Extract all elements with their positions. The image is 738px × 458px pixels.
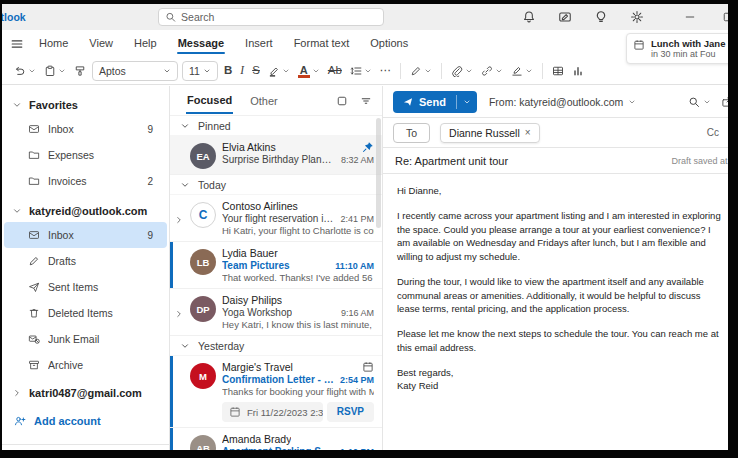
- rsvp-button[interactable]: RSVP: [327, 402, 374, 422]
- hamburger-menu-icon[interactable]: [10, 37, 24, 51]
- account-outlook-header[interactable]: katyreid@outlook.com: [2, 200, 169, 222]
- pin-icon[interactable]: [362, 141, 374, 153]
- subject-field[interactable]: Re: Apartment unit tour: [395, 155, 508, 167]
- remove-recipient-icon[interactable]: ×: [525, 127, 531, 138]
- expand-thread-chevron-icon[interactable]: [174, 309, 184, 319]
- message-row-daisy-philips[interactable]: DP Daisy Philips Yoga Workshop 9:16 AM H…: [170, 289, 382, 336]
- message-row-lydia-bauer[interactable]: LB Lydia Bauer Team Pictures 11:10 AM Th…: [170, 242, 382, 289]
- font-size-dropdown[interactable]: 11: [182, 61, 218, 81]
- line-spacing-button[interactable]: [346, 62, 376, 80]
- font-size-value: 11: [189, 65, 200, 77]
- tab-view[interactable]: View: [88, 32, 114, 55]
- subject-row[interactable]: Re: Apartment unit tour Draft saved at 1: [383, 148, 728, 174]
- more-options-glyph: ⋯: [380, 65, 392, 77]
- group-header-yesterday[interactable]: Yesterday: [170, 336, 382, 356]
- add-account-button[interactable]: Add account: [4, 408, 167, 434]
- tips-lightbulb-icon[interactable]: [594, 10, 608, 24]
- paste-button[interactable]: [40, 62, 70, 80]
- upgrade-promo[interactable]: Upgrade to Microsoft 365 with premium Ou…: [2, 444, 169, 450]
- clear-formatting-button[interactable]: Ab: [324, 62, 346, 80]
- folder-icon: [28, 175, 40, 187]
- expand-thread-chevron-icon[interactable]: [174, 215, 184, 225]
- sidebar-item-inbox-favorite[interactable]: Inbox 9: [4, 116, 167, 142]
- folder-label: Archive: [48, 359, 153, 371]
- minimize-button[interactable]: [684, 11, 696, 23]
- list-scrollbar[interactable]: [376, 118, 381, 228]
- from-address-dropdown[interactable]: From: katyreid@outlook.com: [489, 96, 636, 108]
- message-row-contoso-airlines[interactable]: C Contoso Airlines Your flight reservati…: [170, 195, 382, 242]
- message-time: 11:10 AM: [335, 261, 374, 271]
- group-header-pinned[interactable]: Pinned: [170, 116, 382, 136]
- message-preview: That worked. Thanks! I've added 56 of th…: [222, 272, 374, 283]
- meeting-title: Lunch with Jane: [651, 38, 725, 49]
- insert-link-button[interactable]: [477, 62, 507, 80]
- group-header-today[interactable]: Today: [170, 175, 382, 195]
- insert-chart-button[interactable]: [568, 62, 588, 80]
- sidebar-item-drafts[interactable]: Drafts: [4, 248, 167, 274]
- format-painter-icon: [74, 65, 86, 77]
- undo-icon: [14, 65, 26, 77]
- editor-pen-button[interactable]: [406, 62, 436, 80]
- inbox-icon: [28, 229, 40, 241]
- to-button[interactable]: To: [393, 123, 430, 143]
- tab-format-text[interactable]: Format text: [293, 32, 351, 55]
- send-options-chevron[interactable]: [457, 91, 477, 113]
- format-painter-button[interactable]: [70, 62, 90, 80]
- sidebar-item-archive[interactable]: Archive: [4, 352, 167, 378]
- cc-button[interactable]: Cc: [707, 127, 719, 138]
- link-icon: [481, 65, 493, 77]
- more-formatting-button[interactable]: ⋯: [376, 62, 396, 80]
- tab-home[interactable]: Home: [38, 32, 69, 55]
- settings-gear-icon[interactable]: [630, 10, 644, 24]
- recipient-chip[interactable]: Dianne Russell ×: [440, 123, 539, 143]
- send-button[interactable]: Send: [393, 91, 477, 113]
- maximize-button[interactable]: [722, 11, 728, 23]
- notifications-bell-icon[interactable]: [522, 10, 536, 24]
- select-all-icon[interactable]: [336, 95, 348, 107]
- font-name-dropdown[interactable]: Aptos: [92, 61, 178, 81]
- search-box[interactable]: [158, 8, 384, 26]
- calendar-icon: [229, 406, 241, 418]
- message-subject: Your flight reservation is confirmed: [222, 213, 334, 224]
- meeting-reminder-popup[interactable]: Lunch with Jane in 30 min at Fou: [626, 33, 728, 64]
- sidebar-item-sent-items[interactable]: Sent Items: [4, 274, 167, 300]
- calendar-icon: [633, 39, 645, 51]
- italic-glyph: I: [240, 65, 244, 77]
- zoom-message-button[interactable]: [688, 96, 711, 108]
- tab-message[interactable]: Message: [177, 32, 225, 55]
- message-row-amanda-brady[interactable]: AB Amanda Brady Apartment Parking Spot O…: [170, 428, 382, 450]
- sidebar-item-inbox-selected[interactable]: Inbox 9: [4, 222, 167, 248]
- favorites-section-header[interactable]: Favorites: [2, 94, 169, 116]
- filter-icon[interactable]: [360, 95, 372, 107]
- signature-button[interactable]: [507, 62, 537, 80]
- feedback-icon[interactable]: [558, 10, 572, 24]
- sidebar-item-deleted-items[interactable]: Deleted Items: [4, 300, 167, 326]
- chevron-down-icon: [364, 67, 372, 75]
- font-color-button[interactable]: A: [294, 62, 324, 79]
- tab-insert[interactable]: Insert: [244, 32, 274, 55]
- chevron-down-icon: [163, 67, 171, 75]
- undo-button[interactable]: [10, 62, 40, 80]
- folder-label: Inbox: [48, 229, 139, 241]
- sidebar-item-expenses[interactable]: Expenses: [4, 142, 167, 168]
- message-row-elvia-atkins[interactable]: EA Elvia Atkins Surprise Birthday Planni…: [170, 136, 382, 175]
- search-input[interactable]: [181, 11, 377, 23]
- toolbar-divider: [400, 63, 401, 79]
- open-in-new-window-icon[interactable]: [721, 96, 728, 108]
- tab-help[interactable]: Help: [133, 32, 158, 55]
- insert-table-button[interactable]: [548, 62, 568, 80]
- tab-focused[interactable]: Focused: [186, 87, 233, 114]
- attach-file-button[interactable]: [447, 62, 477, 80]
- sidebar-item-junk-email[interactable]: Junk Email: [4, 326, 167, 352]
- account-gmail-header[interactable]: katri0487@gmail.com: [2, 382, 169, 404]
- main-content: Favorites Inbox 9 Expenses Invoices 2 ka…: [2, 86, 728, 450]
- strikethrough-button[interactable]: S: [248, 62, 264, 80]
- message-row-margies-travel[interactable]: M Margie's Travel Confirmation Letter - …: [170, 356, 382, 428]
- text-highlight-button[interactable]: [264, 62, 294, 80]
- tab-options[interactable]: Options: [369, 32, 409, 55]
- bold-button[interactable]: B: [220, 62, 236, 80]
- tab-other[interactable]: Other: [249, 88, 279, 113]
- sidebar-item-invoices[interactable]: Invoices 2: [4, 168, 167, 194]
- italic-button[interactable]: I: [236, 62, 248, 80]
- message-body-editor[interactable]: Hi Dianne, I recently came across your a…: [383, 174, 728, 403]
